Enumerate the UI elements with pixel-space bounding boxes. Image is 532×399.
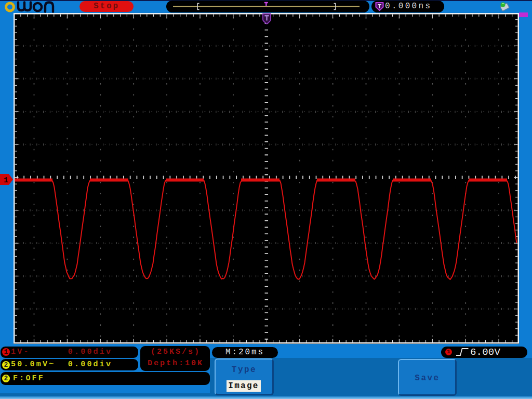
svg-text:1: 1 [4, 176, 8, 185]
